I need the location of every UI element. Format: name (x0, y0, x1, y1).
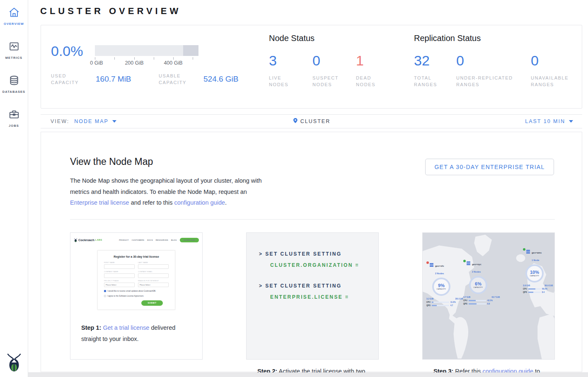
last-name-field (138, 264, 169, 269)
nav-resources: RESOURCES (156, 239, 168, 241)
step-1-caption: Step 1: Get a trial license delivered st… (70, 316, 202, 344)
agree-checkbox-label: I agree to the Software License Agreemen… (107, 295, 144, 297)
total-ranges-label: TOTAL RANGES (414, 75, 443, 88)
replication-status-section: Replication Status 32 TOTAL RANGES 0 UND… (414, 34, 586, 88)
locality-node-count: 1 Node (532, 259, 539, 261)
sidebar-item-databases[interactable]: DATABASES (0, 75, 28, 94)
sql-commands-preview: > SET CLUSTER SETTING CLUSTER.ORGANIZATI… (247, 233, 378, 359)
configuration-guide-link[interactable]: configuration guide (174, 199, 225, 206)
tick-label-400: 400 GiB (164, 60, 182, 66)
company-email-field (138, 273, 169, 278)
status-dot-healthy-icon (523, 248, 525, 251)
sql-command-arg: CLUSTER.ORGANIZATION = (270, 262, 378, 268)
node-map-description: The Node Map shows the geographical layo… (70, 175, 269, 208)
sidebar: OVERVIEW METRICS DATABASES JOBS (0, 0, 28, 377)
view-selector-dropdown[interactable]: NODE MAP (74, 118, 116, 124)
sql-command-line: > SET CLUSTER SETTING (259, 283, 378, 289)
site-nav: PRODUCT CUSTOMERS DOCS RESOURCES BLOG DO… (119, 238, 199, 242)
capacity-bar-nonusable-segment (183, 45, 198, 56)
unavailable-ranges-label: UNAVAILABLE RANGES (531, 75, 576, 88)
field-label: REASON FOR INTEREST (138, 280, 169, 282)
capacity-total: 36.6 GiB (544, 284, 553, 287)
nav-customers: CUSTOMERS (132, 239, 144, 241)
map-pin-icon (293, 117, 298, 126)
cluster-breadcrumb-label: CLUSTER (300, 118, 330, 124)
suspect-nodes-label: SUSPECT NODES (312, 75, 346, 88)
locality-widget-nyc: geo=nyc 2 Nodes 6% CAPACITY 3.7 GiB 43.7… (463, 259, 502, 305)
node-map-preview: geo=sfo 2 Nodes 9% CAPACITY 3.2 GiB 351 … (423, 233, 554, 359)
sidebar-item-jobs[interactable]: JOBS (0, 109, 28, 128)
capacity-used: 3.6 GiB (523, 284, 530, 287)
divider (70, 219, 555, 220)
capacity-total: 43.7 GiB (491, 296, 500, 298)
qps-bar (469, 303, 486, 305)
cpu-bar (528, 288, 541, 290)
replication-status-title: Replication Status (414, 34, 586, 43)
field-label: COMPANY NAME (104, 271, 135, 273)
enterprise-trial-license-link[interactable]: Enterprise trial license (70, 199, 129, 206)
field-label: COMPANY EMAIL (138, 271, 169, 273)
description-text: . (225, 199, 227, 206)
capacity-used: 3.7 GiB (463, 296, 470, 298)
sidebar-item-label: JOBS (0, 124, 28, 128)
nav-blog: BLOG (171, 239, 177, 241)
node-map-title: View the Node Map (70, 156, 153, 167)
step-2-card: > SET CLUSTER SETTING CLUSTER.ORGANIZATI… (246, 232, 379, 360)
unavailable-ranges-value: 0 (531, 52, 581, 69)
locality-node-count: 2 Nodes (472, 271, 481, 273)
sql-command-line: > SET CLUSTER SETTING (259, 251, 378, 257)
chevron-down-icon (112, 120, 116, 123)
sidebar-item-metrics[interactable]: METRICS (0, 41, 28, 60)
capacity-gauge: 6% CAPACITY (469, 276, 487, 294)
metrics-icon (8, 41, 20, 53)
locality-node-count: 2 Nodes (435, 272, 444, 275)
status-dot-healthy-icon (463, 260, 466, 262)
locality-widget-ams: geo=ams 1 Node 10% CAPACITY 3.6 GiB 36.6… (523, 248, 554, 293)
total-ranges-stat: 32 TOTAL RANGES (414, 52, 450, 88)
tick-label-200: 200 GiB (125, 60, 143, 66)
time-range-dropdown[interactable]: LAST 10 MIN (525, 118, 573, 124)
enterprise-trial-button[interactable]: GET A 30-DAY ENTERPRISE TRIAL (425, 159, 554, 175)
view-bar: VIEW: NODE MAP CLUSTER LAST 10 MIN (41, 114, 582, 128)
under-replicated-ranges-label: UNDER-REPLICATED RANGES (456, 75, 523, 88)
qps-bar (528, 292, 541, 293)
status-dot-warning-icon (426, 261, 429, 264)
registration-site-preview: Cockroach LABS PRODUCT CUSTOMERS DOCS RE… (70, 233, 202, 316)
live-nodes-value: 3 (269, 52, 307, 69)
suspect-nodes-value: 0 (312, 52, 350, 69)
locality-name: geo=ams (532, 251, 542, 254)
nav-product: PRODUCT (119, 239, 129, 241)
description-text: and refer to this (129, 199, 174, 206)
sidebar-item-label: METRICS (0, 56, 28, 60)
capacity-gauge: 10% CAPACITY (525, 264, 544, 283)
node-status-section: Node Status 3 LIVE NODES 0 SUSPECT NODES… (269, 34, 399, 88)
locality-widget-sfo: geo=sfo 2 Nodes 9% CAPACITY 3.2 GiB 351 … (426, 261, 465, 307)
company-name-field (104, 273, 135, 278)
node-stack-icon (430, 261, 434, 269)
sidebar-item-overview[interactable]: OVERVIEW (0, 7, 28, 26)
step-3-card: geo=sfo 2 Nodes 9% CAPACITY 3.2 GiB 351 … (422, 232, 555, 360)
node-map-panel: View the Node Map The Node Map shows the… (41, 132, 582, 372)
under-replicated-ranges-value: 0 (456, 52, 525, 69)
capacity-bar-ticks (95, 56, 198, 60)
total-ranges-value: 32 (414, 52, 450, 69)
chevron-down-icon (569, 120, 573, 123)
updates-checkbox (104, 290, 106, 292)
get-trial-license-link[interactable]: Get a trial license (103, 324, 149, 331)
suspect-nodes-stat: 0 SUSPECT NODES (312, 52, 350, 88)
field-label: LAST NAME (138, 262, 169, 263)
project-phase-select: Please Select (104, 283, 135, 287)
description-text: The Node Map shows the geographical layo… (70, 177, 262, 195)
cpu-bar (469, 300, 486, 302)
updates-checkbox-label: I would like to receive email updates ab… (107, 290, 156, 292)
first-name-field (104, 264, 135, 269)
node-stack-icon (467, 260, 471, 267)
capacity-usage-section: 0.0% 0 GiB 200 GiB 400 GiB USED CAPACITY… (51, 34, 266, 86)
home-icon (8, 7, 20, 19)
used-capacity-value: 160.7 MiB (96, 75, 159, 84)
sidebar-item-label: OVERVIEW (0, 22, 28, 26)
field-label: PROJECT PHASE (104, 280, 135, 282)
dead-nodes-value: 1 (356, 52, 394, 69)
bottom-strip (28, 372, 588, 377)
live-nodes-label: LIVE NODES (269, 75, 294, 88)
